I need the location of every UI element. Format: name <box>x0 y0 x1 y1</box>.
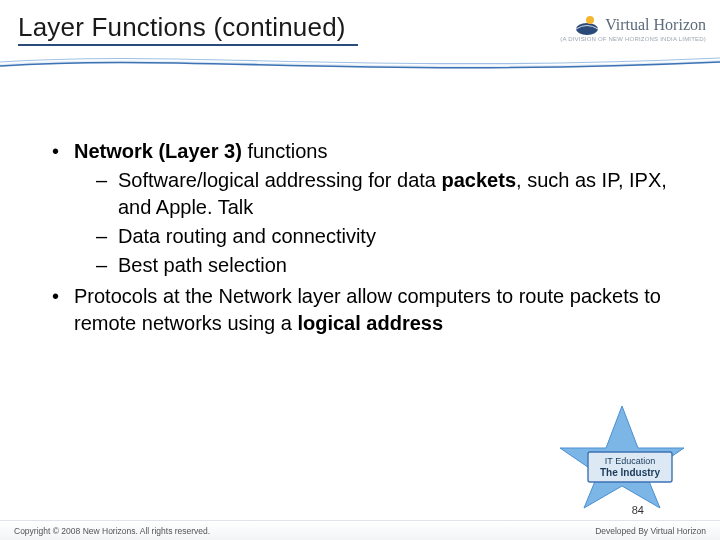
bullet-1-sub-1: Software/logical addressing for data pac… <box>94 167 668 221</box>
slide-title: Layer Functions (continued) <box>18 12 346 43</box>
horizon-icon <box>575 14 599 36</box>
brand-name: Virtual Horizon <box>605 16 706 34</box>
star-badge: IT Education The Industry <box>552 400 692 510</box>
b1s1-pre: Software/logical addressing for data <box>118 169 442 191</box>
brand-logo: Virtual Horizon <box>575 14 706 36</box>
slide-content: Network (Layer 3) functions Software/log… <box>48 138 668 341</box>
svg-point-1 <box>586 16 594 24</box>
footer-left: Copyright © 2008 New Horizons. All right… <box>14 526 210 536</box>
slide-header: Layer Functions (continued) Virtual Hori… <box>0 0 720 70</box>
bullet-2: Protocols at the Network layer allow com… <box>48 283 668 337</box>
brand-subtext: (A DIVISION OF NEW HORIZONS INDIA LIMITE… <box>560 36 706 42</box>
bullet-1-sub-3: Best path selection <box>94 252 668 279</box>
header-wave-graphic <box>0 50 720 80</box>
slide: Layer Functions (continued) Virtual Hori… <box>0 0 720 540</box>
footer-right: Developed By Virtual Horizon <box>595 526 706 536</box>
b2-bold: logical address <box>297 312 443 334</box>
badge-line2: The Industry <box>600 467 660 478</box>
badge-line1: IT Education <box>605 456 655 466</box>
bullet-1-rest: functions <box>242 140 328 162</box>
bullet-1-sub-2: Data routing and connectivity <box>94 223 668 250</box>
bullet-1-bold: Network (Layer 3) <box>74 140 242 162</box>
title-underline <box>18 44 358 46</box>
page-number: 84 <box>632 504 644 516</box>
slide-footer: Copyright © 2008 New Horizons. All right… <box>0 520 720 540</box>
bullet-1: Network (Layer 3) functions Software/log… <box>48 138 668 279</box>
b1s1-bold: packets <box>442 169 517 191</box>
svg-point-0 <box>576 23 598 35</box>
